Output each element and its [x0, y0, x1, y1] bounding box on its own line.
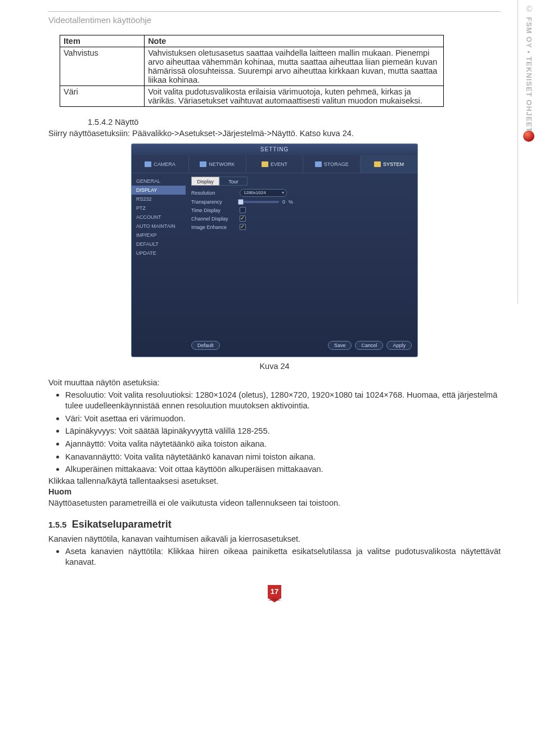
- note-table: Item Note Vahvistus Vahvistuksen oletusa…: [60, 35, 444, 107]
- right-rail: © FSM OY • TEKNISET OHJEET: [518, 0, 540, 304]
- tab-event[interactable]: EVENT: [246, 155, 304, 173]
- top-tabs: CAMERA NETWORK EVENT STORAGE SYSTEM: [132, 155, 417, 173]
- tab-network[interactable]: NETWORK: [189, 155, 246, 173]
- page-number: 17: [268, 585, 281, 598]
- list-item: Resoluutio: Voit valita resoluutioksi: 1…: [65, 389, 501, 412]
- ribbon-tail-icon: [268, 598, 281, 602]
- label-resolution: Resolution: [191, 190, 236, 196]
- feature-list: Resoluutio: Voit valita resoluutioksi: 1…: [65, 389, 501, 475]
- list-item: Ajannäyttö: Voita valita näytetäänkö aik…: [65, 438, 501, 450]
- system-icon: [374, 161, 381, 167]
- cell-item: Vahvistus: [60, 47, 145, 86]
- sidebar-item-impexp[interactable]: IMP/EXP: [132, 231, 186, 240]
- copyright-icon: ©: [526, 4, 532, 14]
- note-text: Näyttöasetusten parametreillä ei ole vai…: [48, 498, 501, 509]
- label-transparency: Transparency: [191, 199, 236, 205]
- figure-caption: Kuva 24: [48, 362, 501, 371]
- list-item: Alkuperäinen mittakaava: Voit ottaa käyt…: [65, 463, 501, 475]
- h155-intro: Kanavien näyttötila, kanavan vaihtumisen…: [48, 534, 501, 545]
- subtab-display[interactable]: Display: [191, 177, 219, 186]
- label-channel-display: Channel Display: [191, 216, 236, 222]
- list-item: Kanavannäyttö: Voita valita näytetäänkö …: [65, 451, 501, 463]
- tab-system[interactable]: SYSTEM: [361, 155, 417, 173]
- window-title: SETTING: [132, 144, 417, 155]
- camera-icon: [145, 161, 151, 167]
- time-display-checkbox[interactable]: [240, 207, 246, 213]
- th-note: Note: [145, 35, 444, 47]
- table-row: Väri Voit valita pudotusvalikosta erilai…: [60, 86, 444, 107]
- default-button[interactable]: Default: [191, 341, 220, 350]
- sidebar-item-automaintain[interactable]: AUTO MAINTAIN: [132, 222, 186, 231]
- section-number: 1.5.4.2 Näyttö: [88, 117, 501, 128]
- cell-note: Voit valita pudotusvalikosta erilaisia v…: [145, 86, 444, 107]
- channel-display-checkbox[interactable]: [240, 215, 246, 222]
- section-intro: Siirry näyttöasetuksiin: Päävalikko->Ase…: [48, 128, 501, 140]
- page-ribbon: 17: [268, 585, 281, 602]
- th-item: Item: [60, 35, 145, 47]
- sidebar-item-general[interactable]: GENERAL: [132, 177, 186, 186]
- list-item: Läpinäkyvyys: Voit säätää läpinäkyvyyttä…: [65, 425, 501, 437]
- event-icon: [262, 161, 268, 167]
- sidebar-item-default[interactable]: DEFAULT: [132, 240, 186, 249]
- apply-button[interactable]: Apply: [386, 341, 412, 350]
- sidebar-item-display[interactable]: DISPLAY: [132, 186, 186, 195]
- table-row: Vahvistus Vahvistuksen oletusasetus saat…: [60, 47, 444, 86]
- list-item: Aseta kanavien näyttötila: Klikkaa hiire…: [65, 545, 501, 568]
- preview-list: Aseta kanavien näyttötila: Klikkaa hiire…: [65, 545, 501, 568]
- sidebar-item-ptz[interactable]: PTZ: [132, 204, 186, 213]
- save-hint: Klikkaa tallenna/käytä tallentaaksesi as…: [48, 476, 501, 487]
- cancel-button[interactable]: Cancel: [355, 341, 383, 350]
- storage-icon: [315, 161, 322, 167]
- transparency-slider[interactable]: [240, 201, 279, 203]
- cell-note: Vahvistuksen oletusasetus saattaa vaihde…: [145, 47, 444, 86]
- sidebar-item-update[interactable]: UPDATE: [132, 249, 186, 258]
- heading-1-5-5: 1.5.5 Esikatseluparametrit: [48, 519, 501, 530]
- sidebar-item-rs232[interactable]: RS232: [132, 195, 186, 204]
- brand-vertical: FSM OY • TEKNISET OHJEET: [525, 17, 533, 132]
- resolution-select[interactable]: 1280x1024: [240, 189, 287, 197]
- list-item: Väri: Voit asettaa eri värimuodon.: [65, 412, 501, 425]
- tab-storage[interactable]: STORAGE: [303, 155, 361, 173]
- brand-dot-icon: [523, 130, 534, 142]
- tab-camera[interactable]: CAMERA: [132, 155, 189, 173]
- sidebar-item-account[interactable]: ACCOUNT: [132, 213, 186, 222]
- network-icon: [200, 161, 206, 167]
- transparency-value: 0: [282, 199, 285, 205]
- subtab-tour[interactable]: Tour: [219, 177, 248, 186]
- label-image-enhance: Image Enhance: [191, 224, 236, 230]
- save-button[interactable]: Save: [328, 341, 352, 350]
- doc-title: Videotallentimen käyttöohje: [48, 15, 501, 25]
- note-label: Huom: [48, 487, 501, 498]
- image-enhance-checkbox[interactable]: [240, 224, 246, 230]
- settings-sidebar: GENERAL DISPLAY RS232 PTZ ACCOUNT AUTO M…: [132, 173, 186, 357]
- transparency-unit: %: [289, 199, 293, 205]
- label-time-display: Time Display: [191, 208, 236, 213]
- settings-window: SETTING CAMERA NETWORK EVENT STORAGE SYS…: [131, 143, 418, 357]
- change-intro: Voit muuttaa näytön asetuksia:: [48, 377, 501, 389]
- cell-item: Väri: [60, 86, 145, 107]
